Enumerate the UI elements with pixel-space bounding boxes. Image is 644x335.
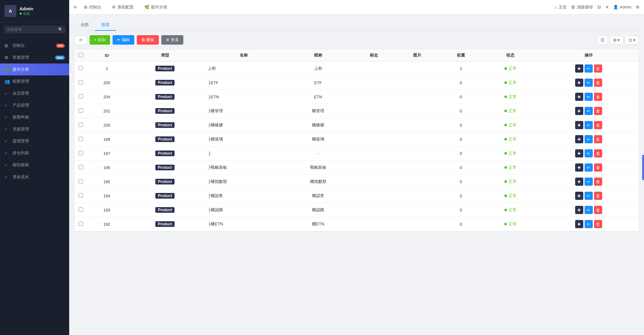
row-delete-button[interactable]: 🗑 <box>594 121 602 129</box>
row-add-button[interactable]: ✚ <box>575 220 583 228</box>
row-delete-button[interactable]: 🗑 <box>594 206 602 214</box>
row-image <box>396 76 439 90</box>
user-status: 在线 <box>19 11 33 16</box>
row-delete-button[interactable]: 🗑 <box>594 149 602 157</box>
settings-nav-item[interactable]: ⚙ <box>636 5 640 9</box>
row-edit-button[interactable]: ✏ <box>585 220 593 228</box>
row-checkbox[interactable] <box>79 179 83 184</box>
add-button[interactable]: + 添加 <box>90 35 110 45</box>
sidebar-item-general[interactable]: ⚙ 常规管理 new <box>0 52 69 63</box>
row-edit-button[interactable]: ✏ <box>585 107 593 115</box>
row-delete-button[interactable]: 🗑 <box>594 93 602 101</box>
fullscreen-nav-item[interactable]: ✕ <box>605 5 609 9</box>
row-add-button[interactable]: ✚ <box>575 178 583 186</box>
sidebar-item-permissions[interactable]: 👥 权限管理 ‹ <box>0 75 69 87</box>
select-all-checkbox[interactable] <box>79 53 83 57</box>
row-delete-button[interactable]: 🗑 <box>594 79 602 87</box>
row-edit-button[interactable]: ✏ <box>585 192 593 200</box>
row-edit-button[interactable]: ✏ <box>585 149 593 157</box>
row-checkbox[interactable] <box>79 66 83 70</box>
hamburger-icon[interactable]: ≡ <box>74 4 76 10</box>
sidebar-item-cashflow[interactable]: ○ 资金流水 <box>0 171 69 183</box>
row-checkbox[interactable] <box>79 151 83 155</box>
sidebar-item-label: 控制台 <box>13 43 56 48</box>
row-checkbox[interactable] <box>79 137 83 141</box>
delete-button[interactable]: 🗑 删除 <box>137 35 159 45</box>
clear-cache-nav-item[interactable]: 🗑 清除缓存 <box>571 4 593 10</box>
sidebar-item-dashboard[interactable]: ⊞ 控制台 hot <box>0 40 69 52</box>
row-name: 上柜 <box>203 62 284 76</box>
search-input[interactable] <box>4 25 65 34</box>
row-image <box>396 203 439 217</box>
row-checkbox[interactable] <box>79 165 83 169</box>
row-edit-button[interactable]: ✏ <box>585 93 593 101</box>
row-add-button[interactable]: ✚ <box>575 135 583 143</box>
row-weight: 0 <box>439 90 482 104</box>
row-delete-button[interactable]: 🗑 <box>594 163 602 172</box>
sidebar-item-stock-category[interactable]: 🌿 股市分类 <box>0 63 69 75</box>
row-checkbox[interactable] <box>79 80 83 85</box>
subtab-stocks[interactable]: 股票 <box>95 19 116 31</box>
row-checkbox[interactable] <box>79 193 83 198</box>
row-add-button[interactable]: ✚ <box>575 149 583 157</box>
row-add-button[interactable]: ✚ <box>575 121 583 129</box>
table-view-button[interactable]: ☰ <box>597 36 608 44</box>
row-delete-button[interactable]: 🗑 <box>594 107 602 115</box>
row-edit-button[interactable]: ✏ <box>585 121 593 129</box>
row-add-button[interactable]: ✚ <box>575 64 583 73</box>
admin-label: Admin <box>620 5 631 9</box>
sidebar-item-members[interactable]: ○ 会员管理 ‹ <box>0 87 69 99</box>
home-nav-item[interactable]: ⌂ 主页 <box>554 4 567 10</box>
edit-button[interactable]: ✏ 编辑 <box>113 35 134 45</box>
row-status: 正常 <box>483 76 538 90</box>
row-add-button[interactable]: ✚ <box>575 206 583 214</box>
sidebar-header: A Admin 在线 <box>0 0 69 22</box>
sidebar-item-withdraw[interactable]: ○ 提现管理 <box>0 135 69 147</box>
row-checkbox[interactable] <box>79 94 83 99</box>
row-checkbox[interactable] <box>79 123 83 127</box>
user-nav-item[interactable]: 👤 Admin <box>613 5 631 9</box>
table-row: 195 Product ├櫃指數類 櫃指數類 0 正常 ✚ ✏ 🗑 <box>75 175 639 189</box>
row-checkbox-cell <box>75 146 87 161</box>
row-edit-button[interactable]: ✏ <box>585 178 593 186</box>
sidebar-item-ipo[interactable]: ○ 新股申购 <box>0 111 69 123</box>
sidebar-item-recharge[interactable]: ○ 充值管理 <box>0 123 69 135</box>
tab-sysconfig[interactable]: ⚙ 系统配置 <box>109 3 137 11</box>
row-edit-button[interactable]: ✏ <box>585 163 593 172</box>
subtab-all[interactable]: 全部 <box>74 19 95 31</box>
col-id: ID <box>87 49 126 62</box>
row-delete-button[interactable]: 🗑 <box>594 178 602 186</box>
row-checkbox[interactable] <box>79 207 83 212</box>
fullscreen-icon: ✕ <box>605 5 609 9</box>
sidebar-item-products[interactable]: ○ 产品管理 ‹ <box>0 99 69 111</box>
row-delete-button[interactable]: 🗑 <box>594 192 602 200</box>
product-badge: Product <box>155 108 175 114</box>
row-edit-button[interactable]: ✏ <box>585 79 593 87</box>
tab-dashboard[interactable]: ⊞ 控制台 <box>81 3 104 11</box>
table-row: 204 Product ├ETN ETN 0 正常 ✚ ✏ 🗑 <box>75 90 639 104</box>
row-edit-button[interactable]: ✏ <box>585 64 593 73</box>
sidebar-item-positions[interactable]: ○ 持仓列表 ‹ <box>0 147 69 159</box>
row-edit-button[interactable]: ✏ <box>585 206 593 214</box>
more-button[interactable]: ⚙ 更多 <box>161 35 183 45</box>
row-nickname: ETN <box>284 90 352 104</box>
tab-stockcat[interactable]: 🌿 股市分类 <box>141 3 170 11</box>
row-delete-button[interactable]: 🗑 <box>594 220 602 228</box>
row-checkbox-cell <box>75 104 87 118</box>
row-add-button[interactable]: ✚ <box>575 163 583 172</box>
row-edit-button[interactable]: ✏ <box>585 135 593 143</box>
dashboard-icon: ⊞ <box>4 43 10 48</box>
row-delete-button[interactable]: 🗑 <box>594 64 602 73</box>
sidebar-item-finance-news[interactable]: ○ 财经新闻 <box>0 159 69 171</box>
row-add-button[interactable]: ✚ <box>575 192 583 200</box>
row-checkbox[interactable] <box>79 108 83 113</box>
row-delete-button[interactable]: 🗑 <box>594 135 602 143</box>
row-add-button[interactable]: ✚ <box>575 107 583 115</box>
export-button[interactable]: ⊡ ▾ <box>625 36 639 44</box>
row-checkbox[interactable] <box>79 222 83 226</box>
refresh-button[interactable]: ↺ <box>74 36 87 45</box>
grid-view-button[interactable]: ⊞ ▾ <box>610 36 624 44</box>
screen-nav-item[interactable]: ⊟ <box>597 5 601 9</box>
row-add-button[interactable]: ✚ <box>575 93 583 101</box>
row-add-button[interactable]: ✚ <box>575 79 583 87</box>
